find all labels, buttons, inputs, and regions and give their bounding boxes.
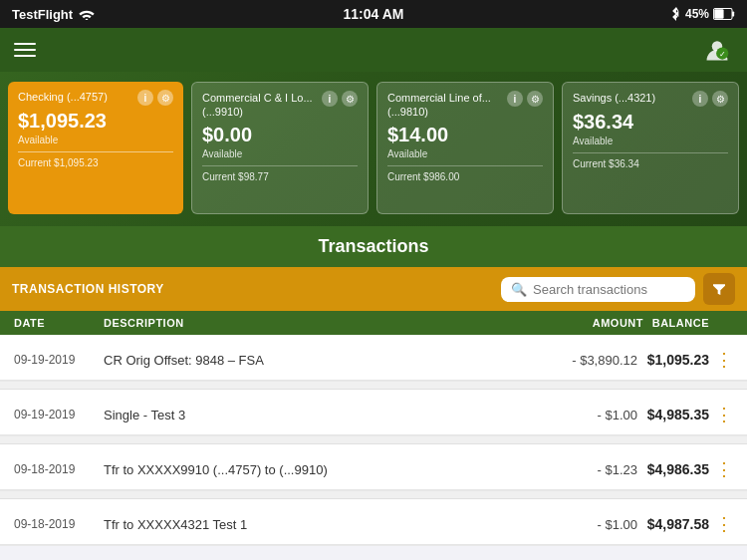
transactions-title: Transactions xyxy=(0,226,747,267)
search-box[interactable]: 🔍 xyxy=(501,277,695,302)
txn-amount: - $1.00 xyxy=(528,517,637,532)
card-icons: i ⚙ xyxy=(692,91,728,107)
gear-icon[interactable]: ⚙ xyxy=(712,91,728,107)
info-icon[interactable]: i xyxy=(507,91,523,107)
battery-icon xyxy=(713,8,735,20)
table-row[interactable]: 09-19-2019 Single - Test 3 - $1.00 $4,98… xyxy=(0,390,747,436)
header-description: DESCRIPTION xyxy=(104,317,534,329)
txn-balance: $4,985.35 xyxy=(637,407,709,422)
info-icon[interactable]: i xyxy=(137,90,153,106)
filter-button[interactable] xyxy=(703,273,735,305)
txn-more-button[interactable]: ⋮ xyxy=(709,349,733,371)
header-balance: BALANCE xyxy=(643,317,733,329)
account-balance: $36.34 xyxy=(573,111,728,134)
card-title: Savings (...4321) xyxy=(573,91,692,105)
txn-description: Tfr to XXXXX9910 (...4757) to (...9910) xyxy=(104,462,528,477)
search-input[interactable] xyxy=(533,282,685,297)
transaction-history-label: TRANSACTION HISTORY xyxy=(12,282,164,296)
header-date: DATE xyxy=(14,317,104,329)
account-card-savings[interactable]: Savings (...4321) i ⚙ $36.34 Available C… xyxy=(562,82,739,214)
card-title: Commercial C & I Lo... (...9910) xyxy=(202,91,322,120)
header-amount: AMOUNT xyxy=(534,317,643,329)
card-title: Checking (...4757) xyxy=(18,90,137,104)
account-available: Available xyxy=(202,148,358,159)
txn-description: CR Orig Offset: 9848 – FSA xyxy=(104,353,528,368)
txn-amount: - $1.23 xyxy=(528,462,637,477)
wifi-icon xyxy=(79,8,95,20)
svg-rect-2 xyxy=(714,9,723,18)
profile-button[interactable]: ✓ xyxy=(701,34,733,66)
status-left: TestFlight xyxy=(12,7,95,22)
txn-more-button[interactable]: ⋮ xyxy=(709,404,733,425)
table-header: DATE DESCRIPTION AMOUNT BALANCE xyxy=(0,311,747,335)
txn-date: 09-19-2019 xyxy=(14,353,104,367)
card-icons: i ⚙ xyxy=(137,90,173,106)
account-card-commercial-ci[interactable]: Commercial C & I Lo... (...9910) i ⚙ $0.… xyxy=(191,82,369,214)
status-right: 45% xyxy=(671,7,735,21)
card-header: Commercial Line of... (...9810) i ⚙ xyxy=(387,91,543,120)
row-divider xyxy=(0,436,747,444)
txn-amount: - $1.00 xyxy=(528,408,637,422)
status-bar: TestFlight 11:04 AM 45% xyxy=(0,0,747,28)
row-divider xyxy=(0,491,747,499)
card-icons: i ⚙ xyxy=(322,91,358,107)
info-icon[interactable]: i xyxy=(322,91,338,107)
card-header: Checking (...4757) i ⚙ xyxy=(18,90,173,106)
table-row[interactable]: 09-18-2019 Tfr to XXXXX9910 (...4757) to… xyxy=(0,444,747,491)
txn-more-button[interactable]: ⋮ xyxy=(709,513,733,535)
menu-button[interactable] xyxy=(14,43,36,57)
account-card-commercial-line[interactable]: Commercial Line of... (...9810) i ⚙ $14.… xyxy=(376,82,554,214)
svg-rect-1 xyxy=(732,11,734,16)
table-row[interactable]: 09-19-2019 CR Orig Offset: 9848 – FSA - … xyxy=(0,335,747,382)
gear-icon[interactable]: ⚙ xyxy=(342,91,358,107)
info-icon[interactable]: i xyxy=(692,91,708,107)
txn-date: 09-18-2019 xyxy=(14,462,104,476)
svg-text:✓: ✓ xyxy=(719,50,726,59)
card-header: Commercial C & I Lo... (...9910) i ⚙ xyxy=(202,91,358,120)
gear-icon[interactable]: ⚙ xyxy=(157,90,173,106)
card-icons: i ⚙ xyxy=(507,91,543,107)
battery-percent: 45% xyxy=(685,7,709,21)
txn-more-button[interactable]: ⋮ xyxy=(709,458,733,480)
account-current: Current $98.77 xyxy=(202,165,358,182)
txn-balance: $4,986.35 xyxy=(637,461,709,477)
account-balance: $14.00 xyxy=(387,124,543,146)
search-container: 🔍 xyxy=(501,273,735,305)
txn-description: Tfr to XXXXX4321 Test 1 xyxy=(104,517,528,532)
gear-icon[interactable]: ⚙ xyxy=(527,91,543,107)
account-current: Current $36.34 xyxy=(573,152,728,169)
account-balance: $0.00 xyxy=(202,124,358,146)
txn-balance: $1,095.23 xyxy=(637,352,709,368)
card-title: Commercial Line of... (...9810) xyxy=(387,91,507,120)
status-time: 11:04 AM xyxy=(344,6,404,22)
account-card-checking[interactable]: Checking (...4757) i ⚙ $1,095.23 Availab… xyxy=(8,82,183,214)
account-available: Available xyxy=(573,136,728,146)
bluetooth-icon xyxy=(671,7,681,21)
account-balance: $1,095.23 xyxy=(18,110,173,133)
txn-date: 09-19-2019 xyxy=(14,408,104,421)
nav-bar: ✓ xyxy=(0,28,747,72)
transaction-history-bar: TRANSACTION HISTORY 🔍 xyxy=(0,267,747,311)
account-available: Available xyxy=(18,135,173,145)
card-header: Savings (...4321) i ⚙ xyxy=(573,91,728,107)
carrier-label: TestFlight xyxy=(12,7,73,22)
account-available: Available xyxy=(387,148,543,159)
txn-amount: - $3,890.12 xyxy=(528,353,637,368)
account-current: Current $986.00 xyxy=(387,165,543,182)
search-icon: 🔍 xyxy=(511,282,527,297)
txn-balance: $4,987.58 xyxy=(637,516,709,532)
accounts-area: Checking (...4757) i ⚙ $1,095.23 Availab… xyxy=(0,72,747,226)
account-current: Current $1,095.23 xyxy=(18,151,173,168)
txn-date: 09-18-2019 xyxy=(14,517,104,531)
transactions-list: 09-19-2019 CR Orig Offset: 9848 – FSA - … xyxy=(0,335,747,546)
table-row[interactable]: 09-18-2019 Tfr to XXXXX4321 Test 1 - $1.… xyxy=(0,499,747,546)
txn-description: Single - Test 3 xyxy=(104,408,528,422)
row-divider xyxy=(0,382,747,390)
